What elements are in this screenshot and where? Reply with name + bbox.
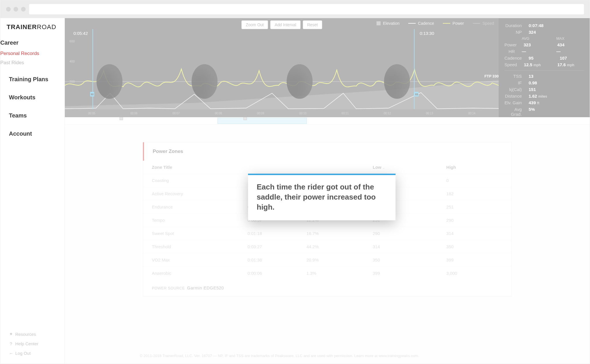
nav-training-plans[interactable]: Training Plans <box>9 73 65 86</box>
nav-workouts[interactable]: Workouts <box>9 91 65 104</box>
annotation-callout: Each time the rider got out of the saddl… <box>248 174 396 220</box>
nav-teams[interactable]: Teams <box>9 109 65 122</box>
nav-resources[interactable]: ✦Resources <box>9 329 65 339</box>
window-dot[interactable] <box>6 7 11 12</box>
nav-past-rides[interactable]: Past Rides <box>0 58 65 67</box>
sidebar: TRAINERROAD Career Personal Records Past… <box>0 18 65 364</box>
nav-career[interactable]: Career <box>0 37 65 49</box>
nav-help-center[interactable]: ?Help Center <box>9 339 65 348</box>
main-content: Zoom Out Add Interval Reset Elevation Ca… <box>65 18 590 364</box>
window-dot[interactable] <box>14 7 18 12</box>
nav-account[interactable]: Account <box>9 128 65 140</box>
nav-personal-records[interactable]: Personal Records <box>0 49 65 58</box>
nav-logout[interactable]: ←Log Out <box>9 348 65 358</box>
logo: TRAINERROAD <box>0 18 65 34</box>
window-dot[interactable] <box>21 7 26 12</box>
browser-chrome <box>0 0 590 18</box>
url-bar[interactable] <box>29 4 584 14</box>
